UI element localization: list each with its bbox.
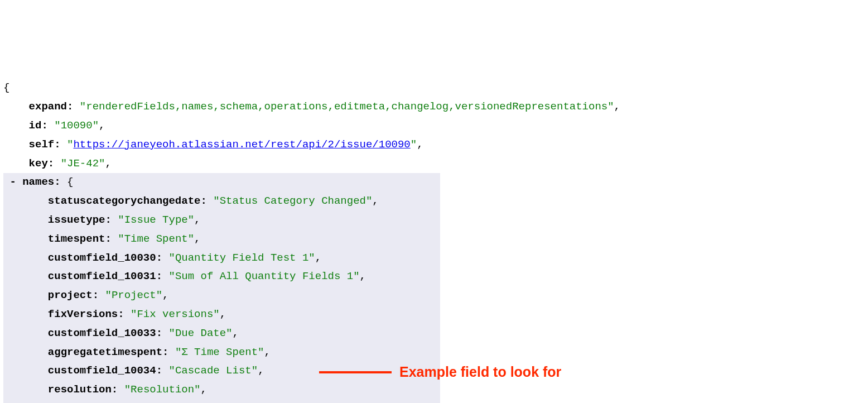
json-value: Resolution (131, 383, 194, 396)
brace-open: { (3, 79, 865, 98)
json-value: Cascade List (175, 364, 252, 377)
json-key: self (29, 138, 55, 151)
json-prop: customfield_10035: "Last commented time"… (3, 400, 379, 403)
json-prop: customfield_10034: "Cascade List", (3, 362, 379, 381)
json-prop: customfield_10033: "Due Date", (3, 324, 379, 343)
json-prop: self: "https://janeyeoh.atlassian.net/re… (3, 136, 865, 155)
json-prop: project: "Project", (3, 286, 379, 305)
json-key: resolution (48, 383, 112, 396)
json-value: Time Spent (124, 233, 188, 245)
json-value: Status Category Changed (220, 195, 366, 207)
json-value: renderedFields,names,schema,operations,e… (86, 100, 607, 113)
json-key: key (29, 157, 48, 170)
json-prop: aggregatetimespent: "Σ Time Spent", (3, 343, 379, 362)
collapse-toggle[interactable]: - (9, 176, 16, 188)
json-value: 10090 (61, 119, 93, 132)
json-key: statuscategorychangedate (48, 195, 201, 207)
json-value: Σ Time Spent (181, 346, 258, 358)
json-prop: key: "JE-42", (3, 155, 865, 174)
json-prop: id: "10090", (3, 117, 865, 136)
json-key: names (22, 176, 54, 188)
json-value: Fix versions (137, 308, 213, 320)
json-key: project (48, 289, 93, 301)
json-key: customfield_10031 (48, 270, 156, 282)
json-prop: statuscategorychangedate: "Status Catego… (3, 192, 379, 211)
json-key: fixVersions (48, 308, 118, 320)
json-link[interactable]: https://janeyeoh.atlassian.net/rest/api/… (73, 138, 410, 151)
json-prop: expand: "renderedFields,names,schema,ope… (3, 98, 865, 117)
json-value: Issue Type (124, 214, 188, 226)
json-key: customfield_10034 (48, 364, 156, 377)
json-key: customfield_10033 (48, 327, 156, 339)
json-prop: customfield_10031: "Sum of All Quantity … (3, 267, 379, 286)
json-value: Due Date (175, 327, 226, 339)
names-header: - names: { (3, 173, 379, 192)
json-key: expand (29, 100, 67, 113)
json-prop: customfield_10030: "Quantity Field Test … (3, 249, 379, 268)
json-key: aggregatetimespent (48, 346, 162, 358)
json-key: id (29, 119, 42, 132)
json-value: Sum of All Quantity Fields 1 (175, 270, 353, 282)
names-block: - names: { statuscategorychangedate: "St… (3, 173, 440, 403)
json-key: timespent (48, 233, 105, 245)
json-prop: resolution: "Resolution", (3, 381, 379, 400)
json-key: customfield_10030 (48, 252, 156, 264)
json-key: issuetype (48, 214, 105, 226)
json-value: Quantity Field Test 1 (175, 252, 308, 264)
json-prop: fixVersions: "Fix versions", (3, 305, 379, 324)
json-value: Project (112, 289, 156, 301)
json-root: { expand: "renderedFields,names,schema,o… (3, 79, 865, 173)
json-value: JE-42 (67, 157, 99, 170)
json-prop: timespent: "Time Spent", (3, 230, 379, 249)
json-prop: issuetype: "Issue Type", (3, 211, 379, 230)
